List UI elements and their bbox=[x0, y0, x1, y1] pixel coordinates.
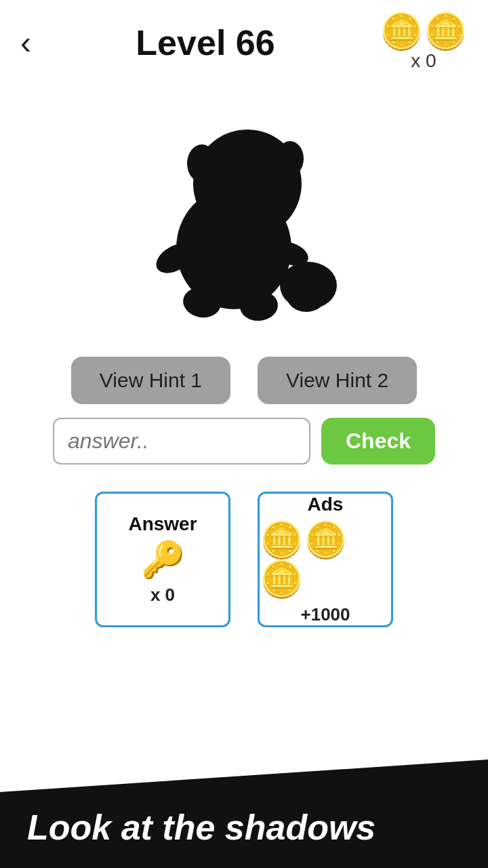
svg-point-3 bbox=[277, 141, 304, 176]
back-button[interactable]: ‹ bbox=[20, 26, 31, 59]
ads-card-count: +1000 bbox=[300, 604, 350, 625]
hint2-button[interactable]: View Hint 2 bbox=[258, 357, 417, 404]
banner-text: Look at the shadows bbox=[27, 807, 375, 848]
answer-row: Check bbox=[0, 418, 488, 465]
svg-point-2 bbox=[187, 144, 217, 182]
level-title: Level 66 bbox=[136, 22, 274, 63]
bottom-banner: Look at the shadows bbox=[0, 760, 488, 868]
answer-card-label: Answer bbox=[128, 513, 197, 535]
hint1-button[interactable]: View Hint 1 bbox=[71, 357, 230, 404]
check-button[interactable]: Check bbox=[321, 418, 435, 465]
coins-area: 🪙🪙 x 0 bbox=[380, 14, 468, 72]
coins-icon: 🪙🪙 bbox=[380, 14, 468, 49]
ads-card-label: Ads bbox=[308, 494, 344, 515]
coins-stack-icon: 🪙🪙🪙 bbox=[260, 521, 391, 598]
answer-powerup-card[interactable]: Answer 🔑 x 0 bbox=[95, 492, 230, 627]
pokemon-silhouette bbox=[129, 85, 359, 330]
powerup-row: Answer 🔑 x 0 Ads 🪙🪙🪙 +1000 bbox=[0, 492, 488, 627]
answer-input[interactable] bbox=[53, 418, 310, 465]
answer-card-count: x 0 bbox=[150, 585, 175, 606]
ads-powerup-card[interactable]: Ads 🪙🪙🪙 +1000 bbox=[258, 492, 393, 627]
header: ‹ Level 66 🪙🪙 x 0 bbox=[0, 0, 488, 79]
key-icon: 🔑 bbox=[141, 540, 185, 579]
hint-buttons-row: View Hint 1 View Hint 2 bbox=[0, 357, 488, 404]
coins-count: x 0 bbox=[411, 50, 436, 72]
svg-point-9 bbox=[286, 277, 327, 312]
shadow-area bbox=[0, 79, 488, 343]
